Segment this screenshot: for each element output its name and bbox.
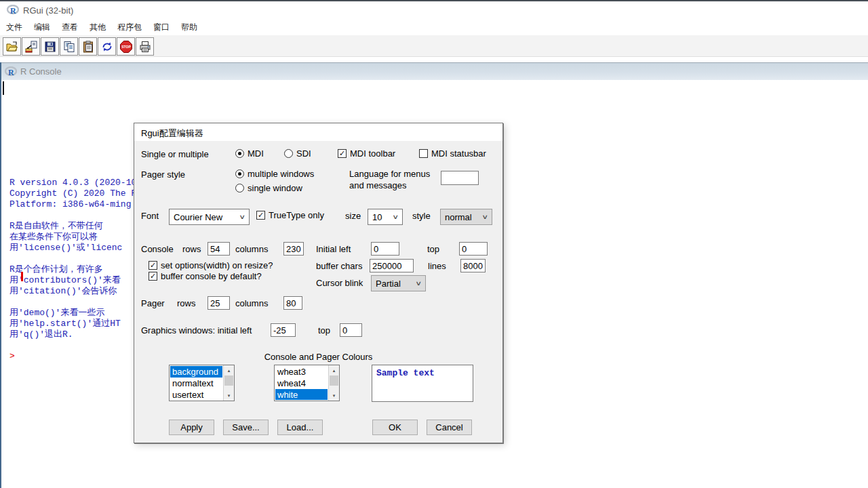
language-input[interactable]	[441, 171, 479, 185]
scroll-up-icon[interactable]: ▴	[329, 365, 339, 375]
menu-item-1[interactable]: 编辑	[34, 22, 50, 33]
mdi-radio[interactable]: MDI	[235, 148, 264, 159]
svg-text:R: R	[8, 68, 14, 77]
chevron-down-icon: ∨	[416, 280, 422, 287]
multiple-windows-radio[interactable]: multiple windows	[235, 169, 314, 179]
printer-icon	[138, 40, 152, 54]
open-folder-icon	[5, 40, 19, 54]
menu-item-0[interactable]: 文件	[6, 22, 22, 33]
sample-text: Sample text	[376, 368, 435, 378]
buffer-lines-input[interactable]	[460, 259, 486, 272]
pager-columns-input[interactable]	[283, 296, 302, 310]
initial-left-input[interactable]	[371, 242, 399, 256]
load-button[interactable]: Load...	[277, 420, 323, 435]
mdi-statusbar-label: MDI statusbar	[431, 148, 486, 159]
cancel-button[interactable]: Cancel	[427, 420, 472, 435]
dialog-title: Rgui配置编辑器	[141, 127, 203, 140]
list-item[interactable]: wheat4	[275, 378, 328, 389]
print-button[interactable]	[136, 37, 154, 56]
stop-sign-icon: STOP	[119, 40, 133, 54]
console-text-caret	[3, 81, 4, 95]
checkbox-check-icon: ✓	[338, 149, 347, 158]
multiple-windows-label: multiple windows	[248, 169, 314, 179]
component-list: backgroundnormaltextusertext	[170, 366, 222, 400]
component-listbox: backgroundnormaltextusertext ▴ ▾	[169, 365, 235, 401]
buffer-lines-label: lines	[428, 261, 446, 271]
style-label: style	[412, 211, 431, 221]
mdi-statusbar-checkbox[interactable]: MDI statusbar	[419, 148, 486, 159]
save-button[interactable]: Save...	[223, 420, 269, 435]
scrollbar-thumb[interactable]	[224, 375, 233, 386]
pager-rows-input[interactable]	[208, 296, 230, 310]
checkbox-box	[419, 149, 428, 158]
graphics-windows-label: Graphics windows: initial left	[141, 325, 252, 336]
copy-and-paste-button[interactable]	[98, 37, 116, 56]
sample-preview-box: Sample text	[372, 365, 473, 402]
console-rows-input[interactable]	[208, 242, 230, 256]
scrollbar-thumb[interactable]	[330, 375, 338, 386]
scroll-down-icon[interactable]: ▾	[224, 390, 234, 401]
size-value: 10	[372, 212, 382, 222]
load-workspace-button[interactable]	[22, 37, 40, 56]
menu-item-5[interactable]: 窗口	[153, 22, 170, 33]
graphics-top-input[interactable]	[340, 323, 362, 337]
menu-item-3[interactable]: 其他	[90, 22, 106, 33]
console-label: Console	[141, 244, 174, 254]
cursor-blink-combobox[interactable]: Partial ∨	[371, 275, 426, 291]
svg-text:STOP: STOP	[121, 45, 131, 49]
style-combobox[interactable]: normal ∨	[440, 209, 492, 225]
open-script-button[interactable]	[3, 37, 21, 56]
scrollbar[interactable]: ▴ ▾	[223, 365, 234, 401]
buffer-console-checkbox[interactable]: ✓ buffer console by default?	[149, 271, 262, 281]
scrollbar[interactable]: ▴ ▾	[328, 365, 339, 401]
chevron-down-icon: ∨	[482, 214, 489, 220]
scroll-up-icon[interactable]: ▴	[224, 365, 234, 375]
pager-style-label: Pager style	[141, 169, 185, 180]
dialog-titlebar[interactable]: Rgui配置编辑器	[134, 123, 502, 141]
sdi-radio[interactable]: SDI	[284, 148, 311, 159]
truetype-only-checkbox[interactable]: ✓ TrueType only	[256, 210, 324, 220]
console-title: R Console	[20, 66, 62, 77]
list-item[interactable]: background	[170, 366, 222, 378]
rgui-config-dialog: Rgui配置编辑器 Single or multiple MDI SDI ✓ M…	[134, 123, 503, 443]
menu-item-4[interactable]: 程序包	[117, 22, 142, 33]
buffer-chars-input[interactable]	[370, 259, 414, 272]
pager-columns-label: columns	[235, 298, 268, 308]
set-options-checkbox[interactable]: ✓ set options(width) on resize?	[149, 260, 273, 270]
list-item[interactable]: wheat3	[275, 366, 328, 378]
chevron-down-icon: ∨	[393, 214, 399, 220]
list-item[interactable]: normaltext	[170, 378, 222, 389]
radio-icon	[235, 184, 244, 192]
scroll-down-icon[interactable]: ▾	[329, 390, 339, 401]
single-or-multiple-label: Single or multiple	[141, 149, 209, 159]
apply-button[interactable]: Apply	[169, 420, 214, 435]
save-button[interactable]	[41, 37, 59, 56]
checkbox-check-icon: ✓	[256, 211, 265, 220]
colours-section-title: Console and Pager Colours	[134, 352, 502, 362]
list-item[interactable]: white	[275, 389, 328, 400]
paste-button[interactable]	[79, 37, 97, 56]
language-label-line1: Language for menus	[349, 169, 430, 179]
copy-button[interactable]	[60, 37, 78, 56]
load-workspace-icon	[24, 40, 38, 54]
menu-item-6[interactable]: 帮助	[181, 22, 197, 33]
font-combobox[interactable]: Courier New ∨	[169, 209, 250, 225]
set-options-label: set options(width) on resize?	[161, 260, 273, 270]
mdi-toolbar-checkbox[interactable]: ✓ MDI toolbar	[338, 148, 395, 159]
list-item[interactable]: usertext	[170, 389, 222, 400]
checkbox-check-icon: ✓	[149, 261, 157, 270]
stop-button[interactable]: STOP	[117, 37, 135, 56]
initial-top-input[interactable]	[459, 242, 488, 256]
initial-top-label: top	[427, 244, 439, 254]
size-combobox[interactable]: 10 ∨	[368, 209, 403, 225]
console-columns-input[interactable]	[283, 242, 304, 256]
truetype-only-label: TrueType only	[269, 210, 324, 220]
menu-item-2[interactable]: 查看	[62, 22, 78, 33]
single-window-radio[interactable]: single window	[235, 183, 302, 193]
graphics-initial-left-input[interactable]	[271, 323, 296, 337]
checkbox-check-icon: ✓	[149, 272, 157, 281]
ok-button[interactable]: OK	[372, 420, 418, 435]
cursor-blink-label: Cursor blink	[316, 278, 363, 288]
window-title: RGui (32-bit)	[23, 5, 73, 16]
single-window-label: single window	[248, 183, 302, 193]
